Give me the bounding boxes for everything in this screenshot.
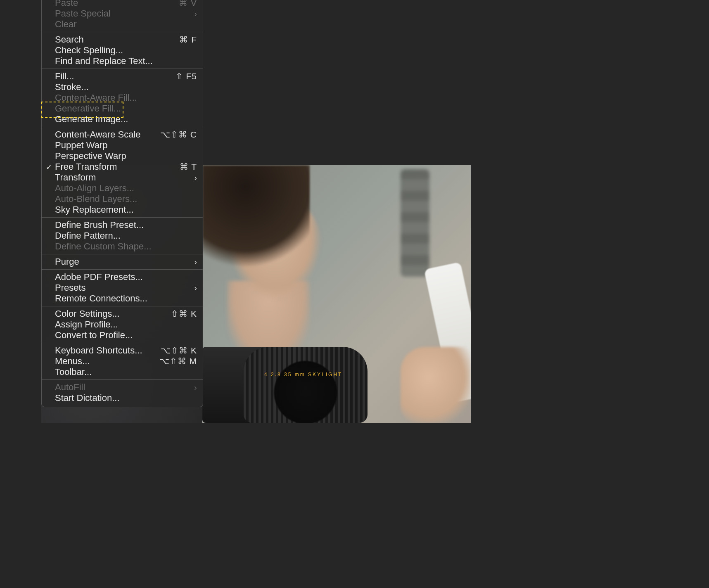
photo-subject-hand [401,347,471,423]
menu-item-label: Puppet Warp [55,140,197,151]
menu-keyboard-shortcuts[interactable]: Keyboard Shortcuts...⌥⇧⌘ K [42,345,203,356]
menu-item-shortcut: ⌘ F [179,34,197,45]
menu-define-pattern[interactable]: Define Pattern... [42,230,203,241]
menu-item-shortcut: ⌥⇧⌘ M [159,356,197,367]
check-icon: ✓ [46,162,52,173]
menu-generate-image[interactable]: Generate Image... [42,114,203,125]
menu-item-label: Check Spelling... [55,45,197,56]
document-canvas-image[interactable]: 4 2.8 35 mm SKYLIGHT [202,165,471,423]
menu-find-replace-text[interactable]: Find and Replace Text... [42,56,203,66]
menu-item-label: Paste [55,0,179,8]
menu-puppet-warp[interactable]: Puppet Warp [42,140,203,151]
menu-item-label: Find and Replace Text... [55,56,197,66]
menu-item-label: Assign Profile... [55,319,197,330]
menu-transform[interactable]: Transform› [42,172,203,183]
menu-item-label: Auto-Blend Layers... [55,194,197,204]
menu-item-label: Convert to Profile... [55,330,197,341]
photo-background-element [401,169,429,277]
menu-toolbar[interactable]: Toolbar... [42,367,203,377]
chevron-right-icon: › [194,172,197,183]
menu-separator [42,127,203,127]
menu-search[interactable]: Search⌘ F [42,34,203,45]
menu-item-label: Color Settings... [55,308,171,319]
menu-generative-fill: Generative Fill... [42,103,203,114]
photo-subject-camera-lens [244,347,368,423]
menu-fill[interactable]: Fill...⇧ F5 [42,71,203,82]
menu-item-shortcut: ⌥⇧⌘ K [161,345,197,356]
menu-define-brush-preset[interactable]: Define Brush Preset... [42,220,203,230]
chevron-right-icon: › [194,8,197,19]
menu-separator [42,343,203,343]
menu-item-label: Generative Fill... [55,103,197,114]
menu-item-label: Stroke... [55,82,197,92]
menu-item-label: Define Brush Preset... [55,220,197,230]
workspace-background: 4 2.8 35 mm SKYLIGHT Paste⌘ VPaste Speci… [0,0,709,588]
menu-content-aware-scale[interactable]: Content-Aware Scale⌥⇧⌘ C [42,129,203,140]
menu-item-label: Adobe PDF Presets... [55,272,197,282]
menu-item-label: Sky Replacement... [55,204,197,215]
menu-auto-align-layers: Auto-Align Layers... [42,183,203,194]
menu-item-label: Content-Aware Scale [55,129,160,140]
menu-item-label: Search [55,34,179,45]
chevron-right-icon: › [194,382,197,393]
menu-presets[interactable]: Presets› [42,282,203,293]
menu-item-shortcut: ⌥⇧⌘ C [160,129,197,140]
menu-item-label: Paste Special [55,8,194,19]
menu-clear: Clear [42,19,203,30]
menu-stroke[interactable]: Stroke... [42,82,203,92]
menu-separator [42,306,203,306]
menu-item-shortcut: ⌘ T [180,161,197,172]
menu-separator [42,254,203,254]
menu-autofill: AutoFill› [42,382,203,393]
menu-color-settings[interactable]: Color Settings...⇧⌘ K [42,308,203,319]
menu-remote-connections[interactable]: Remote Connections... [42,293,203,304]
photo-lens-markings: 4 2.8 35 mm SKYLIGHT [264,372,363,377]
menu-item-label: AutoFill [55,382,194,393]
menu-purge[interactable]: Purge› [42,256,203,267]
menu-adobe-pdf-presets[interactable]: Adobe PDF Presets... [42,272,203,282]
menu-separator [42,69,203,69]
chevron-right-icon: › [194,256,197,267]
edit-menu-dropdown[interactable]: Paste⌘ VPaste Special›ClearSearch⌘ FChec… [41,0,203,407]
menu-sky-replacement[interactable]: Sky Replacement... [42,204,203,215]
menu-separator [42,379,203,380]
menu-start-dictation[interactable]: Start Dictation... [42,393,203,403]
chevron-right-icon: › [194,282,197,293]
menu-menus[interactable]: Menus...⌥⇧⌘ M [42,356,203,367]
menu-paste: Paste⌘ V [42,0,203,8]
menu-item-label: Generate Image... [55,114,197,125]
menu-item-label: Toolbar... [55,367,197,377]
menu-item-label: Content-Aware Fill... [55,92,197,103]
menu-item-shortcut: ⇧ F5 [175,71,197,82]
menu-item-label: Start Dictation... [55,393,197,403]
menu-paste-special: Paste Special› [42,8,203,19]
menu-item-label: Define Pattern... [55,230,197,241]
menu-item-label: Remote Connections... [55,293,197,304]
menu-convert-to-profile[interactable]: Convert to Profile... [42,330,203,341]
menu-item-shortcut: ⌘ V [179,0,197,8]
menu-item-label: Auto-Align Layers... [55,183,197,194]
menu-auto-blend-layers: Auto-Blend Layers... [42,194,203,204]
menu-assign-profile[interactable]: Assign Profile... [42,319,203,330]
menu-separator [42,32,203,32]
menu-item-label: Perspective Warp [55,151,197,161]
menu-content-aware-fill: Content-Aware Fill... [42,92,203,103]
menu-item-label: Free Transform [55,161,180,172]
photo-subject-hair [202,165,310,273]
menu-item-label: Clear [55,19,197,30]
menu-item-label: Menus... [55,356,159,367]
menu-free-transform[interactable]: ✓Free Transform⌘ T [42,161,203,172]
menu-item-label: Define Custom Shape... [55,241,197,252]
menu-separator [42,269,203,270]
menu-item-shortcut: ⇧⌘ K [171,308,197,319]
menu-item-label: Fill... [55,71,175,82]
menu-item-label: Transform [55,172,194,183]
menu-define-custom-shape: Define Custom Shape... [42,241,203,252]
menu-item-label: Purge [55,256,194,267]
menu-check-spelling[interactable]: Check Spelling... [42,45,203,56]
menu-separator [42,217,203,218]
menu-perspective-warp[interactable]: Perspective Warp [42,151,203,161]
menu-item-label: Keyboard Shortcuts... [55,345,161,356]
menu-item-label: Presets [55,282,194,293]
